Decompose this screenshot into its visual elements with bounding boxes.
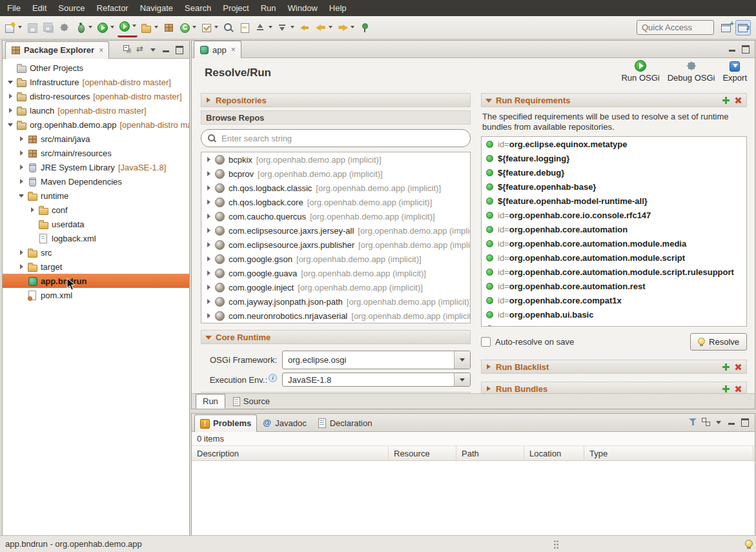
- menu-item[interactable]: Navigate: [134, 1, 179, 15]
- tree-item[interactable]: Other Projects: [3, 61, 189, 75]
- menu-item[interactable]: File: [1, 1, 26, 15]
- run-osgi-button[interactable]: Run OSGi: [621, 60, 659, 83]
- com.google.guava[interactable]: com.google.guava [org.openhab.demo.app (…: [201, 266, 470, 280]
- com.caucho.quercus[interactable]: com.caucho.quercus [org.openhab.demo.app…: [201, 209, 470, 223]
- new-package-button[interactable]: [161, 19, 176, 37]
- tree-item[interactable]: pom.xml: [3, 288, 189, 302]
- org.openhab.core.automation.rest[interactable]: id= org.openhab.core.automation.rest: [482, 279, 746, 293]
- export-button[interactable]: Export: [722, 60, 747, 83]
- close-icon[interactable]: [99, 46, 103, 55]
- coverage-button[interactable]: [117, 17, 138, 37]
- tree-item[interactable]: userdata: [3, 217, 189, 231]
- new-java-project-button[interactable]: [139, 19, 159, 37]
- build-all-button[interactable]: [57, 19, 72, 37]
- org.openhab.core.compat1x[interactable]: id= org.openhab.core.compat1x: [482, 293, 746, 307]
- ${feature.openhab-model-runtime-all}[interactable]: ${feature.openhab-model-runtime-all}: [482, 194, 746, 208]
- tree-item[interactable]: JRE System Library [JavaSE-1.8]: [3, 160, 189, 174]
- com.jayway.jsonpath.json-path[interactable]: com.jayway.jsonpath.json-path [org.openh…: [201, 294, 470, 309]
- twistie-icon[interactable]: [205, 97, 212, 104]
- maximize-button[interactable]: [740, 43, 751, 55]
- resolve-button[interactable]: Resolve: [690, 333, 747, 351]
- expand-arrow-icon[interactable]: [17, 163, 26, 172]
- repo-search-input[interactable]: [220, 133, 464, 144]
- quick-access-input[interactable]: [637, 20, 714, 35]
- remove-requirement-button[interactable]: [732, 94, 744, 106]
- expand-arrow-icon[interactable]: [205, 255, 213, 263]
- view-menu-button[interactable]: [148, 44, 159, 56]
- search-button[interactable]: [221, 19, 236, 37]
- save-button[interactable]: [25, 19, 39, 37]
- expand-arrow-icon[interactable]: [17, 263, 26, 271]
- ch.qos.logback.core[interactable]: ch.qos.logback.core [org.openhab.demo.ap…: [201, 195, 470, 209]
- tree-item[interactable]: src/main/java: [3, 132, 189, 146]
- debug-button[interactable]: [74, 19, 94, 37]
- next-annotation-button[interactable]: [276, 19, 296, 37]
- osgi-framework-combo[interactable]: org.eclipse.osgi: [282, 351, 471, 369]
- expand-arrow-icon[interactable]: [17, 135, 26, 143]
- tab-problems[interactable]: Problems: [194, 414, 257, 432]
- ${feature.logging}[interactable]: ${feature.logging}: [482, 151, 746, 165]
- maximize-button[interactable]: [174, 44, 185, 56]
- menu-item[interactable]: Help: [323, 1, 352, 15]
- tab-javadoc[interactable]: Javadoc: [257, 414, 311, 431]
- expand-arrow-icon[interactable]: [205, 227, 213, 235]
- tab-run[interactable]: Run: [196, 394, 225, 409]
- open-perspective-button[interactable]: [719, 21, 733, 35]
- bcpkix[interactable]: bcpkix [org.openhab.demo.app (implicit)]: [201, 152, 470, 167]
- menu-item[interactable]: Edit: [26, 1, 52, 15]
- minimize-button[interactable]: [161, 44, 172, 56]
- previous-annotation-button[interactable]: [254, 19, 274, 37]
- expand-arrow-icon[interactable]: [205, 198, 213, 207]
- twistie-icon[interactable]: [485, 97, 493, 104]
- expand-arrow-icon[interactable]: [205, 241, 213, 249]
- group-by-button[interactable]: [700, 416, 712, 428]
- link-with-editor-button[interactable]: [135, 44, 147, 56]
- org.openhab.core.io.console.rfc147[interactable]: id= org.openhab.core.io.console.rfc147: [482, 208, 746, 222]
- expand-arrow-icon[interactable]: [6, 121, 15, 129]
- back-button[interactable]: [314, 19, 334, 37]
- org.openhab.core.automation.module.media[interactable]: id= org.openhab.core.automation.module.m…: [482, 236, 746, 250]
- menu-item[interactable]: Window: [282, 1, 323, 15]
- section-header-core-runtime[interactable]: Core Runtime: [201, 330, 471, 344]
- collapse-all-button[interactable]: [122, 44, 134, 56]
- maximize-button[interactable]: [739, 416, 751, 428]
- combo-dropdown-button[interactable]: [454, 351, 470, 369]
- com.eclipsesource.jaxrs.jersey-all[interactable]: com.eclipsesource.jaxrs.jersey-all [org.…: [201, 223, 470, 238]
- expand-arrow-icon[interactable]: [6, 78, 15, 87]
- filter-button[interactable]: [688, 416, 699, 428]
- tree-item[interactable]: conf: [3, 203, 189, 217]
- auto-resolve-checkbox[interactable]: [481, 337, 491, 347]
- column-path[interactable]: Path: [456, 446, 524, 460]
- ${feature.debug}[interactable]: ${feature.debug}: [482, 165, 746, 179]
- tree-item[interactable]: app.bndrun: [3, 274, 189, 288]
- tree-item[interactable]: Maven Dependencies: [3, 174, 189, 189]
- expand-arrow-icon[interactable]: [205, 269, 213, 278]
- tree-item[interactable]: target: [3, 260, 189, 274]
- tree-item[interactable]: logback.xml: [3, 231, 189, 245]
- menu-item[interactable]: Refactor: [91, 1, 134, 15]
- section-header-repositories[interactable]: Repositories: [201, 93, 471, 107]
- add-blacklist-button[interactable]: [722, 363, 730, 371]
- expand-arrow-icon[interactable]: [205, 170, 213, 178]
- bcprov[interactable]: bcprov [org.openhab.demo.app (implicit)]: [201, 167, 470, 181]
- twistie-icon[interactable]: [485, 385, 493, 393]
- twistie-icon[interactable]: [485, 363, 493, 371]
- column-description[interactable]: Description: [192, 446, 389, 460]
- column-resource[interactable]: Resource: [389, 446, 456, 460]
- expand-arrow-icon[interactable]: [17, 178, 26, 186]
- expand-arrow-icon[interactable]: [205, 312, 213, 320]
- tree-item[interactable]: src: [3, 245, 189, 260]
- expand-arrow-icon[interactable]: [17, 249, 26, 257]
- org.openhab.ui.paper[interactable]: id= org.openhab.ui.paper: [482, 322, 746, 327]
- forward-button[interactable]: [336, 19, 356, 37]
- expand-arrow-icon[interactable]: [17, 149, 26, 158]
- java-perspective-button[interactable]: [735, 20, 751, 36]
- ${feature.openhab-base}[interactable]: ${feature.openhab-base}: [482, 179, 746, 194]
- save-all-button[interactable]: [41, 19, 56, 37]
- org.openhab.core.automation[interactable]: id= org.openhab.core.automation: [482, 222, 746, 236]
- tab-declaration[interactable]: Declaration: [312, 414, 378, 431]
- tree-item[interactable]: distro-resources [openhab-distro master]: [3, 89, 189, 103]
- mark-occurrences-button[interactable]: [238, 19, 252, 37]
- debug-osgi-button[interactable]: Debug OSGi: [668, 60, 715, 83]
- org.openhab.core.automation.module.script[interactable]: id= org.openhab.core.automation.module.s…: [482, 250, 746, 265]
